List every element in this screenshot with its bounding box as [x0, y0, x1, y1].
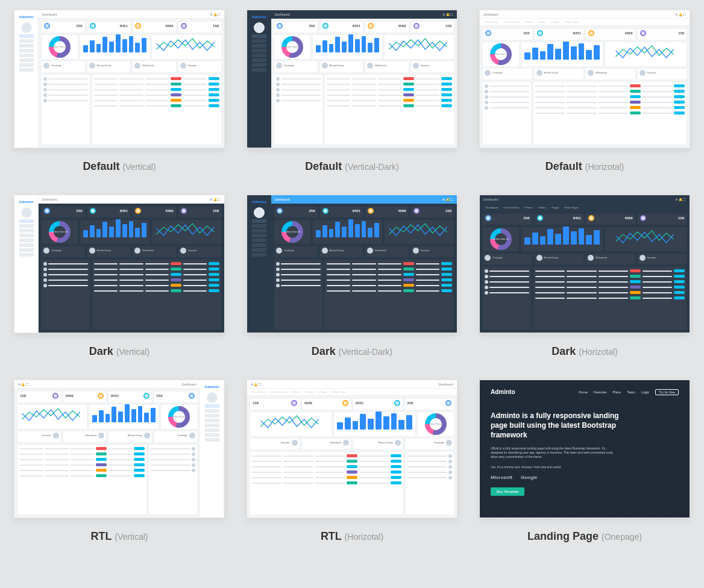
nav-item[interactable] [19, 253, 34, 257]
status-badge [347, 481, 357, 484]
nav-item[interactable] [19, 224, 34, 228]
hnav-item[interactable]: • Tables [538, 206, 546, 209]
table-row [535, 290, 685, 295]
demo-card-rtl-vertical[interactable]: AdmintoDashboard⚙ 🔔 ⛶25684514569158In-St… [14, 380, 225, 518]
nav-item[interactable] [19, 44, 34, 48]
nav-item[interactable] [19, 49, 34, 52]
nav-item[interactable] [205, 438, 219, 442]
nav-item[interactable] [205, 414, 219, 418]
assign-badge [441, 88, 452, 91]
nav-item[interactable] [252, 49, 266, 52]
nav-link[interactable]: Team [627, 390, 635, 394]
nav-item[interactable] [205, 428, 219, 432]
nav-item[interactable] [19, 34, 34, 38]
nav-item[interactable] [19, 229, 34, 233]
nav-item[interactable] [205, 409, 219, 413]
nav-item[interactable] [205, 404, 219, 408]
hnav-item[interactable]: • Dashboard [485, 206, 498, 209]
table-row [94, 87, 219, 92]
nav-item[interactable] [19, 68, 34, 72]
avatar [98, 433, 104, 439]
nav-item[interactable] [19, 234, 34, 237]
nav-item[interactable] [252, 224, 266, 228]
stat-value: 8451 [111, 394, 119, 398]
nav-link[interactable]: Login [641, 390, 649, 394]
hnav-item[interactable]: • Pages [551, 20, 559, 23]
try-free-button[interactable]: Try for free [655, 389, 679, 395]
nav-item[interactable] [252, 39, 266, 43]
sparkline-icon [413, 23, 420, 29]
hnav-item[interactable]: • Extra Pages [331, 390, 345, 393]
nav-item[interactable] [252, 248, 266, 252]
nav-item[interactable] [252, 54, 266, 57]
status-badge [630, 275, 641, 278]
demo-card-dark-horizontal[interactable]: NEWAdmintoDashboard⚙ 🔔 ⛶• Dashboard• Use… [479, 195, 690, 333]
demo-card-default-vertical[interactable]: AdmintoDashboard⚙ 🔔 ⛶25684514569158In-St… [14, 10, 225, 148]
caption-sub: (Horizotal) [345, 532, 384, 542]
nav-item[interactable] [252, 68, 266, 72]
nav-item[interactable] [252, 243, 266, 247]
hnav-item[interactable]: • Dashboard [485, 20, 498, 23]
nav-item[interactable] [205, 419, 219, 422]
hnav-item[interactable]: • Tables [305, 390, 313, 393]
hnav-item[interactable]: • Forms [524, 20, 533, 23]
nav-item[interactable] [19, 39, 34, 43]
avatar [485, 106, 488, 110]
assign-badge [391, 465, 401, 468]
hnav-item[interactable]: • User Interface [270, 390, 287, 393]
nav-item[interactable] [19, 219, 34, 223]
avatar [322, 248, 328, 254]
status-badge [347, 471, 357, 474]
hnav-item[interactable]: • Dashboard [252, 390, 265, 393]
nav-item[interactable] [19, 248, 34, 252]
nav-item[interactable] [252, 239, 266, 242]
nav-item[interactable] [205, 424, 219, 427]
hnav-item[interactable]: • Tables [538, 20, 546, 23]
demo-card-default-vertical-dark[interactable]: AdmintoDashboard⚙ 🔔 ⛶25684514569158In-St… [247, 10, 457, 148]
nav-item[interactable] [19, 63, 34, 67]
demo-card-rtl-horizontal[interactable]: AdmintoDashboard⚙ 🔔 ⛶• Dashboard• User I… [247, 380, 457, 518]
hnav-item[interactable]: • Extra Pages [564, 20, 578, 23]
demo-card-default-horizontal[interactable]: AdmintoDashboard⚙ 🔔 ⛶• Dashboard• User I… [479, 10, 690, 148]
hnav-item[interactable]: • User Interface [503, 206, 520, 209]
demo-card-dark-vertical[interactable]: AdmintoDashboard⚙ 🔔 ⛶25684514569158In-St… [14, 195, 225, 333]
nav-item[interactable] [252, 219, 266, 223]
user-name: Chadengle [51, 64, 61, 67]
user-name: Michael Zenaty [379, 442, 393, 444]
demo-card-landing[interactable]: AdmintoHomeFeaturesPlansTeamLoginTry for… [479, 380, 690, 518]
demo-card-dark-vertical-dark[interactable]: NEWAdmintoDashboard⚙ 🔔 ⛶25684514569158In… [247, 195, 457, 333]
table-row [94, 82, 219, 86]
user-name: Michael Zenaty [97, 249, 112, 252]
hnav-item[interactable]: • Pages [318, 390, 327, 393]
donut-panel: In-Store Sales 30 [161, 405, 197, 429]
assign-badge [391, 481, 401, 484]
nav-item[interactable] [252, 63, 266, 67]
nav-item[interactable] [19, 58, 34, 62]
nav-item[interactable] [205, 433, 219, 437]
hnav-item[interactable]: • Extra Pages [564, 206, 578, 209]
nav-item[interactable] [19, 239, 34, 242]
nav-item[interactable] [252, 234, 266, 237]
buy-template-button[interactable]: Buy Template [491, 487, 524, 496]
nav-item[interactable] [252, 44, 266, 48]
hnav-item[interactable]: • Pages [551, 206, 559, 209]
nav-item[interactable] [252, 58, 266, 62]
topbar-icons: ⚙ 🔔 ⛶ [210, 13, 221, 16]
nav-item[interactable] [252, 253, 266, 257]
nav-item[interactable] [252, 34, 266, 38]
hnav-item[interactable]: • Forms [524, 206, 533, 209]
table-row [252, 454, 401, 458]
nav-link[interactable]: Plans [613, 390, 621, 394]
nav-link[interactable]: Features [594, 390, 607, 394]
topbar-icons: ⚙ 🔔 ⛶ [675, 198, 686, 201]
nav-item[interactable] [252, 229, 266, 233]
table-row [94, 261, 219, 266]
assign-badge [674, 101, 685, 104]
hnav-item[interactable]: • User Interface [503, 20, 520, 23]
nav-link[interactable]: Home [579, 390, 588, 394]
hnav-item[interactable]: • Forms [292, 390, 300, 393]
nav-item[interactable] [19, 54, 34, 57]
brand-logo: Adminto [491, 389, 515, 395]
avatar [134, 248, 140, 254]
nav-item[interactable] [19, 243, 34, 247]
